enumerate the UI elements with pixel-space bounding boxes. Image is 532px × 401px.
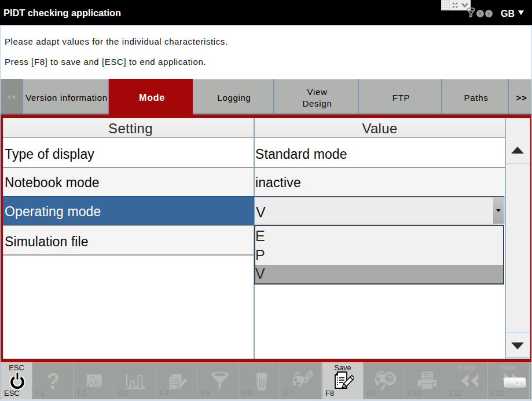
svg-text:?: ? xyxy=(387,374,392,384)
